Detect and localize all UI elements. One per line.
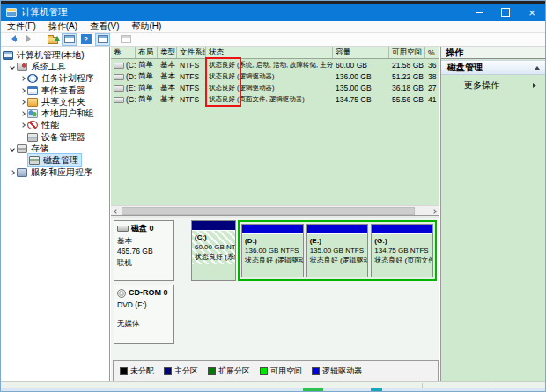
shared-folders-icon	[27, 98, 38, 107]
cdrom-device: DVD (F:)	[117, 300, 171, 311]
disk0-size: 465.76 GB	[117, 246, 171, 257]
header-filesystem[interactable]: 文件系统	[177, 47, 206, 58]
menu-view[interactable]: 查看(V)	[84, 21, 125, 33]
window-title: 计算机管理	[21, 6, 68, 18]
tree-item-computer-management[interactable]: 计算机管理(本地)	[1, 49, 109, 61]
tree-item-device-manager[interactable]: 设备管理器	[1, 131, 109, 143]
forward-button[interactable]	[22, 33, 37, 46]
menu-help[interactable]: 帮助(H)	[125, 21, 167, 33]
services-icon	[17, 168, 27, 177]
storage-icon	[17, 144, 27, 153]
computer-management-window: 计算机管理 文件(F) 操作(A) 查看(V) 帮助(H) 计算机管理(本地)	[0, 0, 546, 392]
cdrom-label-box[interactable]: CD-ROM 0 DVD (F:) 无媒体	[114, 285, 174, 344]
legend-swatch-navy	[164, 367, 172, 375]
actions-pane-title: 操作	[441, 47, 546, 59]
back-button[interactable]	[5, 33, 20, 46]
partition-d[interactable]: (D:) 136.00 GB NTFS 状态良好 (逻辑驱动	[241, 224, 304, 277]
event-viewer-icon	[27, 86, 38, 95]
extended-partition-group: (D:) 136.00 GB NTFS 状态良好 (逻辑驱动 (E:) 135.…	[238, 220, 437, 281]
disk-management-icon	[29, 156, 40, 165]
volume-icon	[114, 74, 124, 80]
chevron-right-icon[interactable]	[18, 89, 27, 92]
disk0-status: 联机	[117, 257, 171, 269]
header-free-space[interactable]: 可用空间	[389, 47, 425, 58]
volume-icon	[114, 63, 124, 69]
more-actions-item[interactable]: 更多操作	[441, 78, 546, 92]
action-pane-toggle-button[interactable]	[95, 33, 110, 46]
minimize-button[interactable]	[466, 4, 492, 21]
cd-disc-icon	[117, 289, 126, 298]
tree-item-task-scheduler[interactable]: 任务计划程序	[1, 73, 109, 85]
tree-item-system-tools[interactable]: 系统工具	[1, 61, 109, 72]
chevron-right-icon[interactable]	[18, 123, 27, 127]
partition-g[interactable]: (G:) 134.75 GB NTFS 状态良好 (页面文件	[371, 224, 433, 277]
desktop-edge-strip	[1, 388, 546, 392]
volume-row-c[interactable]: (C:) 简单 基本 NTFS 状态良好 (系统, 启动, 活动, 故障转储, …	[111, 59, 439, 70]
computer-icon	[3, 51, 13, 60]
console-window-icon	[64, 35, 75, 43]
chevron-right-icon[interactable]	[18, 112, 27, 115]
legend-swatch-blue	[312, 367, 320, 375]
tree-item-disk-management-selected[interactable]: 磁盘管理	[1, 155, 109, 166]
chevron-down-icon[interactable]	[8, 65, 17, 69]
menu-action[interactable]: 操作(A)	[42, 21, 84, 33]
chevron-down-icon[interactable]	[8, 147, 17, 151]
legend-swatch-green	[208, 367, 216, 375]
chevron-right-icon[interactable]	[8, 171, 17, 174]
maximize-button[interactable]	[492, 4, 519, 21]
legend-swatch-black	[120, 367, 128, 375]
status-bar	[1, 381, 546, 388]
header-type[interactable]: 类型	[158, 47, 177, 58]
up-level-button[interactable]	[45, 33, 60, 46]
logical-drive-strip	[242, 225, 303, 234]
tree-item-local-users-groups[interactable]: 本地用户和组	[1, 107, 109, 119]
taskbar-fragment	[303, 388, 323, 392]
console-tree-toggle-button[interactable]	[62, 33, 77, 46]
menu-bar: 文件(F) 操作(A) 查看(V) 帮助(H)	[1, 21, 546, 33]
system-tools-icon	[17, 63, 27, 71]
legend-bar: 未分配 主分区 扩展分区 可用空间 逻辑驱动器	[113, 360, 439, 381]
legend-extended-partition: 扩展分区	[208, 366, 250, 377]
toolbar-separator	[114, 34, 114, 44]
disk0-label-box[interactable]: 磁盘 0 基本 465.76 GB 联机	[114, 220, 174, 281]
horizontal-scrollbar[interactable]	[111, 205, 439, 215]
cdrom-media-status: 无媒体	[117, 318, 171, 329]
legend-free-space: 可用空间	[260, 366, 302, 377]
volume-row-e[interactable]: (E:) 简单 基本 NTFS 状态良好 (逻辑驱动器) 135.00 GB 3…	[111, 82, 439, 93]
menu-file[interactable]: 文件(F)	[1, 21, 42, 33]
volume-icon	[114, 85, 124, 92]
tree-item-performance[interactable]: 性能	[1, 120, 109, 131]
scroll-left-arrow-icon[interactable]	[111, 206, 122, 215]
header-layout[interactable]: 布局	[136, 47, 158, 58]
primary-partition-strip	[192, 221, 235, 231]
collapse-caret-icon[interactable]	[535, 63, 540, 70]
tree-item-shared-folders[interactable]: 共享文件夹	[1, 96, 109, 107]
actions-section-disk-management[interactable]: 磁盘管理	[441, 60, 546, 75]
toolbar	[1, 33, 546, 47]
chevron-right-icon[interactable]	[18, 77, 27, 80]
device-manager-icon	[27, 133, 38, 142]
tree-item-event-viewer[interactable]: 事件查看器	[1, 85, 109, 96]
close-button[interactable]	[519, 4, 545, 21]
legend-swatch-bright-green	[260, 367, 268, 375]
forward-arrow-icon	[25, 35, 34, 43]
chevron-right-icon[interactable]	[18, 100, 27, 104]
help-button[interactable]	[78, 33, 93, 46]
properties-button-disabled	[118, 33, 133, 46]
volume-row-g[interactable]: (G:) 简单 基本 NTFS 状态良好 (页面文件, 逻辑驱动器) 134.7…	[111, 93, 439, 105]
header-capacity[interactable]: 容量	[333, 47, 389, 58]
header-percent[interactable]: %	[425, 47, 439, 58]
title-bar[interactable]: 计算机管理	[1, 4, 546, 21]
partition-e[interactable]: (E:) 135.00 GB NTFS 状态良好 (逻辑驱动	[306, 224, 369, 277]
red-highlight-annotation	[205, 57, 241, 107]
scrollbar-thumb[interactable]	[122, 207, 415, 215]
volume-icon	[114, 97, 124, 103]
disk0-type: 基本	[117, 235, 171, 247]
volume-row-d[interactable]: (D:) 简单 基本 NTFS 状态良好 (逻辑驱动器) 136.00 GB 5…	[111, 70, 439, 82]
header-volume[interactable]: 卷	[111, 47, 136, 58]
legend-unallocated: 未分配	[120, 366, 154, 377]
flyout-arrow-icon	[533, 83, 539, 88]
partition-c[interactable]: (C:) 60.00 GB NTFS 状态良好 (系统, 启	[191, 220, 236, 281]
scroll-right-arrow-icon[interactable]	[429, 206, 439, 215]
tree-item-services-applications[interactable]: 服务和应用程序	[1, 166, 109, 178]
